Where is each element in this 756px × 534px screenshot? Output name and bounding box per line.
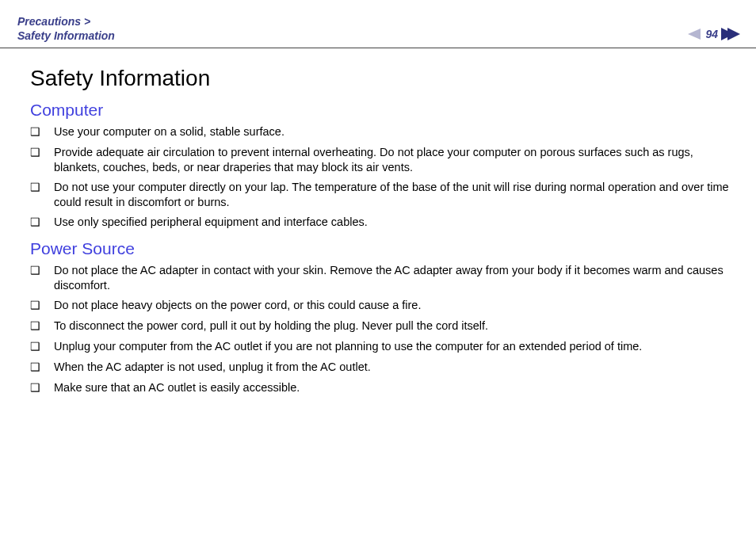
bullet-icon: ❑ <box>30 318 54 334</box>
breadcrumb-line1: Precautions > <box>17 15 90 28</box>
page-title: Safety Information <box>30 66 732 91</box>
list-item: ❑When the AC adapter is not used, unplug… <box>30 360 732 375</box>
next-page-icon[interactable] <box>721 27 742 41</box>
bullet-icon: ❑ <box>30 380 54 395</box>
list-item: ❑Do not place heavy objects on the power… <box>30 298 732 313</box>
bullet-icon: ❑ <box>30 263 54 278</box>
list-item: ❑Use only specified peripheral equipment… <box>30 215 732 230</box>
pager: 94 <box>688 14 742 41</box>
bullet-icon: ❑ <box>30 124 54 139</box>
list-item: ❑To disconnect the power cord, pull it o… <box>30 318 732 334</box>
bullet-icon: ❑ <box>30 180 54 195</box>
list-item: ❑Provide adequate air circulation to pre… <box>30 145 732 174</box>
list-item: ❑Do not use your computer directly on yo… <box>30 180 732 209</box>
page-container: Precautions > Safety Information 94 Safe… <box>0 0 756 534</box>
prev-page-icon[interactable] <box>688 28 702 40</box>
breadcrumb-line2: Safety Information <box>17 29 115 43</box>
bullet-icon: ❑ <box>30 145 54 160</box>
content-area: Safety Information Computer ❑Use your co… <box>0 48 756 395</box>
bullet-icon: ❑ <box>30 339 54 354</box>
breadcrumb[interactable]: Precautions > Safety Information <box>17 14 115 43</box>
svg-marker-1 <box>721 28 740 40</box>
svg-marker-0 <box>688 29 701 40</box>
bullet-icon: ❑ <box>30 298 54 313</box>
list-item: ❑Make sure that an AC outlet is easily a… <box>30 380 732 395</box>
page-header: Precautions > Safety Information 94 <box>0 0 756 48</box>
section-heading: Power Source <box>30 239 732 258</box>
section-list: ❑Use your computer on a solid, stable su… <box>30 124 732 230</box>
list-item: ❑Do not place the AC adapter in contact … <box>30 263 732 292</box>
section-heading: Computer <box>30 101 732 120</box>
page-number: 94 <box>705 28 718 40</box>
list-item: ❑Unplug your computer from the AC outlet… <box>30 339 732 354</box>
section-list: ❑Do not place the AC adapter in contact … <box>30 263 732 395</box>
bullet-icon: ❑ <box>30 215 54 230</box>
bullet-icon: ❑ <box>30 360 54 375</box>
list-item: ❑Use your computer on a solid, stable su… <box>30 124 732 139</box>
